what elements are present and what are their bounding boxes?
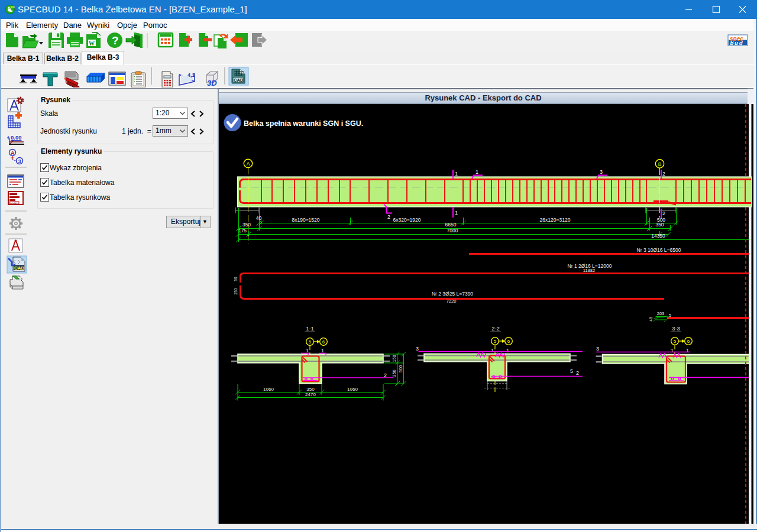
svg-text:5: 5 — [674, 339, 677, 344]
svg-text:250: 250 — [234, 288, 238, 294]
svg-text:3: 3 — [600, 169, 603, 175]
svg-text:2: 2 — [576, 370, 579, 376]
svg-text:1060: 1060 — [263, 387, 274, 392]
svg-text:A: A — [247, 161, 250, 167]
svg-text:Belka spełnia warunki SGN i SG: Belka spełnia warunki SGN i SGU. — [244, 119, 363, 128]
svg-text:CAD: CAD — [14, 265, 25, 271]
svg-text:6650: 6650 — [445, 222, 457, 228]
svg-text:1-1: 1-1 — [306, 325, 314, 332]
svg-text:A: A — [11, 150, 15, 156]
svg-text:26x120=3120: 26x120=3120 — [540, 217, 571, 223]
svg-text:175: 175 — [238, 228, 247, 233]
svg-text:0.00: 0.00 — [11, 134, 22, 141]
svg-text:3D: 3D — [207, 79, 217, 87]
svg-text:Nr 3 10Ø16 L=6500: Nr 3 10Ø16 L=6500 — [637, 247, 681, 253]
svg-text:EN: EN — [11, 6, 15, 9]
svg-text:3: 3 — [416, 346, 419, 352]
svg-text:2: 2 — [387, 214, 390, 220]
svg-text:5: 5 — [494, 339, 497, 344]
svg-text:6: 6 — [507, 339, 510, 344]
svg-text:350: 350 — [392, 369, 397, 377]
svg-text:1: 1 — [306, 348, 309, 353]
svg-text:W: W — [89, 40, 95, 47]
svg-text:?: ? — [112, 34, 119, 47]
svg-text:1060: 1060 — [347, 387, 358, 392]
svg-text:6: 6 — [322, 339, 325, 345]
svg-text:bud: bud — [730, 40, 744, 46]
svg-text:500: 500 — [398, 365, 403, 373]
svg-text:2470: 2470 — [305, 392, 316, 397]
svg-text:40: 40 — [256, 215, 262, 221]
svg-text:3-3: 3-3 — [672, 325, 680, 332]
svg-text:8x190=1520: 8x190=1520 — [292, 217, 319, 223]
svg-text:3: 3 — [596, 346, 599, 352]
svg-text:2-2: 2-2 — [491, 325, 500, 332]
svg-text:350: 350 — [306, 387, 315, 392]
svg-text:5: 5 — [669, 313, 671, 317]
svg-text:4,1: 4,1 — [187, 72, 195, 78]
svg-text:14350: 14350 — [651, 233, 665, 239]
svg-text:2: 2 — [662, 210, 665, 216]
svg-text:1: 1 — [455, 210, 458, 216]
svg-text:5: 5 — [570, 368, 573, 374]
svg-text:B: B — [658, 161, 662, 167]
svg-text:1:20: 1:20 — [10, 202, 17, 205]
svg-text:48: 48 — [649, 317, 653, 322]
svg-text:3: 3 — [18, 158, 21, 164]
svg-text:11882: 11882 — [583, 268, 595, 273]
svg-text:2: 2 — [662, 171, 665, 177]
svg-text:1: 1 — [506, 348, 509, 353]
svg-text:7000: 7000 — [447, 228, 458, 233]
svg-text:1: 1 — [321, 348, 324, 353]
svg-text:50: 50 — [234, 277, 238, 281]
svg-text:6x320=1920: 6x320=1920 — [393, 217, 420, 223]
svg-text:CAD: CAD — [234, 77, 244, 83]
svg-text:350: 350 — [655, 222, 664, 228]
svg-text:Nr 2 3Ø25 L=7390: Nr 2 3Ø25 L=7390 — [432, 291, 473, 297]
svg-text:1: 1 — [455, 171, 458, 177]
svg-text:5: 5 — [309, 339, 312, 345]
svg-text:150: 150 — [392, 355, 397, 362]
svg-text:203: 203 — [657, 311, 665, 316]
svg-text:7220: 7220 — [447, 299, 457, 304]
svg-text:350: 350 — [242, 222, 251, 228]
svg-text:6: 6 — [687, 339, 690, 344]
svg-text:2: 2 — [384, 372, 387, 378]
svg-text:1: 1 — [491, 348, 494, 353]
svg-text:1: 1 — [475, 169, 478, 175]
